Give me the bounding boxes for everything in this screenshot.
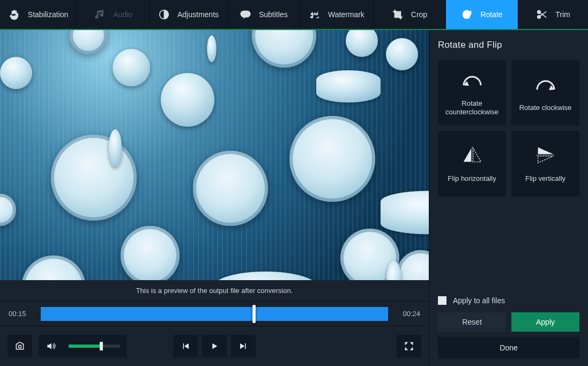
reset-label: Reset	[462, 318, 482, 326]
tab-rotate[interactable]: Rotate	[446, 0, 518, 29]
tile-label: Rotate counterclockwise	[441, 99, 503, 117]
crop-icon	[392, 9, 404, 20]
flip-vertical-icon	[533, 144, 559, 166]
done-label: Done	[500, 343, 517, 352]
rotate-panel: Rotate and Flip Rotate counterclockwise	[429, 30, 588, 366]
volume-slider[interactable]	[69, 345, 120, 348]
contrast-icon	[158, 9, 170, 20]
fullscreen-button[interactable]	[397, 335, 421, 357]
hand-icon	[9, 9, 20, 20]
reset-button[interactable]: Reset	[438, 312, 506, 332]
volume-control	[39, 335, 126, 357]
svg-point-3	[538, 16, 541, 19]
panel-title: Rotate and Flip	[438, 40, 579, 50]
rotate-ccw-button[interactable]: Rotate counterclockwise	[438, 60, 506, 126]
tab-label: Rotate	[480, 10, 502, 19]
tab-label: Trim	[555, 10, 570, 19]
tab-audio[interactable]: Audio	[77, 0, 150, 29]
video-preview	[0, 30, 429, 280]
mute-button[interactable]	[39, 335, 63, 357]
playback-controls	[0, 326, 429, 366]
tab-trim[interactable]: Trim	[518, 0, 588, 29]
tab-label: Watermark	[328, 10, 364, 19]
subtitle-icon	[240, 9, 251, 20]
current-time: 00:15	[9, 310, 33, 318]
svg-point-4	[18, 345, 21, 348]
rotate-icon	[461, 9, 473, 20]
timeline: 00:15 00:24	[0, 302, 429, 326]
scissors-icon	[536, 9, 548, 20]
tab-crop[interactable]: Crop	[374, 0, 446, 29]
apply-all-label: Apply to all files	[453, 296, 505, 305]
left-pane: This is a preview of the output file aft…	[0, 30, 429, 366]
rotate-cw-icon	[533, 74, 559, 95]
rotate-cw-button[interactable]: Rotate clockwise	[511, 60, 579, 126]
apply-label: Apply	[536, 318, 555, 326]
apply-all-checkbox[interactable]	[438, 296, 446, 305]
next-button[interactable]	[231, 335, 256, 357]
apply-all-row[interactable]: Apply to all files	[438, 296, 579, 305]
tile-label: Flip horizontally	[448, 174, 496, 183]
svg-point-2	[538, 11, 541, 14]
preview-caption: This is a preview of the output file aft…	[0, 280, 429, 302]
seek-bar[interactable]	[41, 307, 388, 321]
apply-button[interactable]: Apply	[511, 312, 579, 332]
tab-label: Audio	[113, 10, 132, 19]
top-tabbar: Stabilization Audio Adjustments Subtitle…	[0, 0, 588, 30]
tab-adjustments[interactable]: Adjustments	[150, 0, 228, 29]
music-note-icon	[94, 9, 106, 20]
tab-watermark[interactable]: Watermark	[300, 0, 374, 29]
rotate-ccw-icon	[459, 69, 485, 91]
tab-label: Adjustments	[177, 10, 219, 19]
watermark-icon	[309, 9, 321, 20]
svg-rect-1	[241, 11, 250, 17]
tile-label: Flip vertically	[525, 174, 565, 183]
flip-vertical-button[interactable]: Flip vertically	[511, 131, 579, 196]
tile-label: Rotate clockwise	[519, 104, 572, 112]
tab-subtitles[interactable]: Subtitles	[228, 0, 300, 29]
tab-label: Crop	[411, 10, 427, 19]
done-button[interactable]: Done	[438, 337, 579, 358]
flip-horizontal-button[interactable]: Flip horizontally	[438, 131, 506, 196]
tab-label: Subtitles	[259, 10, 288, 19]
flip-horizontal-icon	[459, 144, 485, 166]
tab-label: Stabilization	[28, 10, 69, 19]
play-button[interactable]	[202, 335, 227, 357]
total-time: 00:24	[396, 310, 420, 318]
prev-button[interactable]	[173, 335, 198, 357]
snapshot-button[interactable]	[8, 335, 32, 357]
seek-thumb[interactable]	[252, 305, 256, 323]
preview-caption-text: This is a preview of the output file aft…	[136, 287, 293, 295]
volume-thumb[interactable]	[100, 342, 103, 350]
tab-stabilization[interactable]: Stabilization	[0, 0, 77, 29]
rotate-tiles: Rotate counterclockwise Rotate clockwise	[438, 60, 579, 196]
